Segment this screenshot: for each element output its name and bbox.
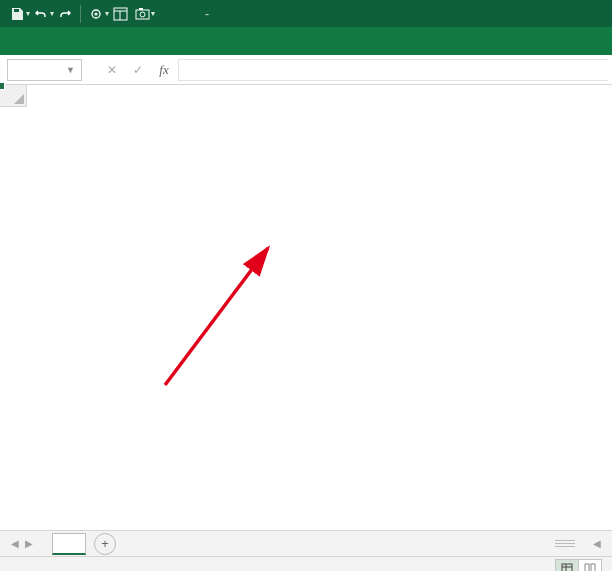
sheet-tab[interactable] (52, 533, 86, 555)
scroll-left-icon[interactable]: ◀ (590, 538, 604, 549)
form-icon[interactable] (110, 4, 130, 24)
fx-icon[interactable]: fx (152, 59, 176, 81)
enter-icon[interactable]: ✓ (126, 59, 150, 81)
sheet-tabs-bar: ◀ ▶ + ◀ (0, 530, 612, 556)
select-all-button[interactable] (0, 85, 27, 107)
name-box[interactable]: ▼ (7, 59, 82, 81)
tab-home[interactable] (30, 27, 56, 55)
save-icon[interactable] (7, 4, 27, 24)
formula-input[interactable] (178, 59, 608, 81)
worksheet-grid[interactable] (0, 85, 612, 530)
tab-file[interactable] (4, 27, 30, 55)
svg-rect-7 (562, 564, 572, 572)
cancel-icon[interactable]: ✕ (100, 59, 124, 81)
tab-more[interactable] (238, 27, 264, 55)
touch-mode-icon[interactable] (86, 4, 106, 24)
undo-dropdown-icon[interactable]: ▾ (50, 9, 54, 18)
svg-rect-3 (136, 10, 149, 19)
window-title: - (205, 7, 209, 21)
view-normal-icon[interactable] (555, 559, 579, 572)
redo-icon[interactable] (55, 4, 75, 24)
ribbon-tabs (0, 27, 612, 55)
tab-scroll-grip[interactable] (550, 540, 580, 547)
tab-data[interactable] (134, 27, 160, 55)
camera-icon[interactable] (132, 4, 152, 24)
svg-rect-10 (585, 564, 589, 572)
quick-access-toolbar: ▾ ▾ ▾ ▾ - (0, 0, 612, 27)
tab-developer[interactable] (212, 27, 238, 55)
view-page-layout-icon[interactable] (578, 559, 602, 572)
new-sheet-button[interactable]: + (94, 533, 116, 555)
save-dropdown-icon[interactable]: ▾ (26, 9, 30, 18)
formula-bar: ▼ ✕ ✓ fx (0, 55, 612, 85)
tab-review[interactable] (160, 27, 186, 55)
tab-view[interactable] (186, 27, 212, 55)
status-bar (0, 556, 612, 571)
annotation-arrow (140, 220, 290, 400)
tab-page-layout[interactable] (82, 27, 108, 55)
svg-rect-11 (591, 564, 595, 572)
tab-formulas[interactable] (108, 27, 134, 55)
svg-line-6 (165, 248, 268, 385)
sheet-nav-next-icon[interactable]: ▶ (22, 538, 36, 549)
touch-dropdown-icon[interactable]: ▾ (105, 9, 109, 18)
qat-customize-icon[interactable]: ▾ (151, 9, 155, 18)
undo-icon[interactable] (31, 4, 51, 24)
tab-insert[interactable] (56, 27, 82, 55)
sheet-nav-prev-icon[interactable]: ◀ (8, 538, 22, 549)
svg-point-1 (95, 12, 98, 15)
svg-point-4 (140, 12, 145, 17)
svg-rect-5 (139, 8, 143, 10)
